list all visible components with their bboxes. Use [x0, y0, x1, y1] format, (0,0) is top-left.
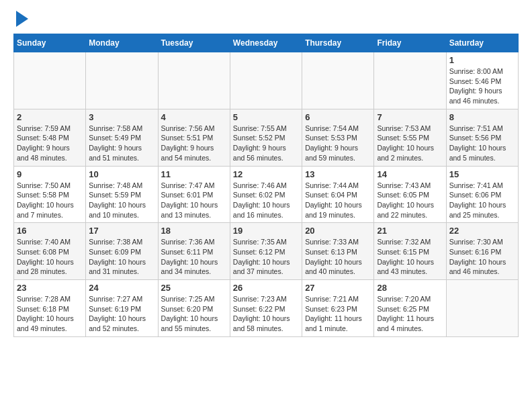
calendar-cell: 18Sunrise: 7:36 AM Sunset: 6:11 PM Dayli… — [158, 223, 230, 280]
day-number: 11 — [161, 169, 227, 179]
calendar-cell — [86, 52, 158, 109]
calendar-cell: 28Sunrise: 7:20 AM Sunset: 6:25 PM Dayli… — [374, 280, 446, 337]
day-number: 26 — [233, 283, 299, 293]
calendar-cell: 14Sunrise: 7:43 AM Sunset: 6:05 PM Dayli… — [374, 166, 446, 223]
day-info: Sunrise: 7:32 AM Sunset: 6:15 PM Dayligh… — [377, 237, 443, 277]
day-number: 10 — [89, 169, 154, 179]
calendar-cell: 4Sunrise: 7:56 AM Sunset: 5:51 PM Daylig… — [158, 109, 230, 166]
day-number: 7 — [377, 112, 443, 122]
day-info: Sunrise: 7:51 AM Sunset: 5:56 PM Dayligh… — [449, 124, 515, 163]
calendar-cell: 8Sunrise: 7:51 AM Sunset: 5:56 PM Daylig… — [446, 109, 518, 166]
day-info: Sunrise: 7:41 AM Sunset: 6:06 PM Dayligh… — [449, 181, 515, 220]
calendar-week-row: 23Sunrise: 7:28 AM Sunset: 6:18 PM Dayli… — [14, 280, 519, 337]
calendar-cell — [230, 52, 302, 109]
day-number: 22 — [449, 226, 515, 236]
calendar-cell — [302, 52, 374, 109]
calendar-cell: 21Sunrise: 7:32 AM Sunset: 6:15 PM Dayli… — [374, 223, 446, 280]
day-info: Sunrise: 7:56 AM Sunset: 5:51 PM Dayligh… — [161, 124, 227, 163]
calendar-cell: 10Sunrise: 7:48 AM Sunset: 5:59 PM Dayli… — [86, 166, 158, 223]
day-number: 17 — [89, 226, 154, 236]
calendar-cell: 26Sunrise: 7:23 AM Sunset: 6:22 PM Dayli… — [230, 280, 302, 337]
calendar-cell: 6Sunrise: 7:54 AM Sunset: 5:53 PM Daylig… — [302, 109, 374, 166]
calendar-cell: 11Sunrise: 7:47 AM Sunset: 6:01 PM Dayli… — [158, 166, 230, 223]
day-number: 5 — [233, 112, 299, 122]
logo — [13, 13, 28, 27]
day-number: 9 — [17, 169, 83, 179]
column-header-saturday: Saturday — [446, 34, 518, 52]
day-number: 13 — [305, 169, 371, 179]
day-number: 6 — [305, 112, 371, 122]
day-number: 25 — [161, 283, 227, 293]
calendar-table: SundayMondayTuesdayWednesdayThursdayFrid… — [13, 34, 519, 337]
column-header-tuesday: Tuesday — [158, 34, 230, 52]
day-info: Sunrise: 7:58 AM Sunset: 5:49 PM Dayligh… — [89, 124, 154, 163]
day-info: Sunrise: 7:46 AM Sunset: 6:02 PM Dayligh… — [233, 181, 299, 220]
day-info: Sunrise: 7:44 AM Sunset: 6:04 PM Dayligh… — [305, 181, 371, 220]
day-info: Sunrise: 7:54 AM Sunset: 5:53 PM Dayligh… — [305, 124, 371, 163]
calendar-cell — [374, 52, 446, 109]
day-number: 24 — [89, 283, 154, 293]
calendar-cell: 7Sunrise: 7:53 AM Sunset: 5:55 PM Daylig… — [374, 109, 446, 166]
column-header-thursday: Thursday — [302, 34, 374, 52]
calendar-week-row: 16Sunrise: 7:40 AM Sunset: 6:08 PM Dayli… — [14, 223, 519, 280]
column-header-wednesday: Wednesday — [230, 34, 302, 52]
calendar-cell: 16Sunrise: 7:40 AM Sunset: 6:08 PM Dayli… — [14, 223, 86, 280]
day-info: Sunrise: 7:38 AM Sunset: 6:09 PM Dayligh… — [89, 237, 154, 277]
day-number: 2 — [17, 112, 83, 122]
day-number: 27 — [305, 283, 371, 293]
calendar-cell: 2Sunrise: 7:59 AM Sunset: 5:48 PM Daylig… — [14, 109, 86, 166]
calendar-cell: 13Sunrise: 7:44 AM Sunset: 6:04 PM Dayli… — [302, 166, 374, 223]
day-info: Sunrise: 7:20 AM Sunset: 6:25 PM Dayligh… — [377, 294, 443, 334]
calendar-header-row: SundayMondayTuesdayWednesdayThursdayFrid… — [14, 34, 519, 52]
day-number: 4 — [161, 112, 227, 122]
day-info: Sunrise: 7:36 AM Sunset: 6:11 PM Dayligh… — [161, 237, 227, 277]
day-info: Sunrise: 7:43 AM Sunset: 6:05 PM Dayligh… — [377, 181, 443, 220]
calendar-cell: 15Sunrise: 7:41 AM Sunset: 6:06 PM Dayli… — [446, 166, 518, 223]
calendar-cell — [446, 280, 518, 337]
day-number: 15 — [449, 169, 515, 179]
calendar-cell: 20Sunrise: 7:33 AM Sunset: 6:13 PM Dayli… — [302, 223, 374, 280]
calendar-cell — [14, 52, 86, 109]
day-info: Sunrise: 7:27 AM Sunset: 6:19 PM Dayligh… — [89, 294, 154, 334]
calendar-cell: 9Sunrise: 7:50 AM Sunset: 5:58 PM Daylig… — [14, 166, 86, 223]
logo-arrow-icon — [16, 11, 28, 27]
day-number: 28 — [377, 283, 443, 293]
calendar-cell: 23Sunrise: 7:28 AM Sunset: 6:18 PM Dayli… — [14, 280, 86, 337]
column-header-sunday: Sunday — [14, 34, 86, 52]
day-number: 16 — [17, 226, 83, 236]
day-info: Sunrise: 8:00 AM Sunset: 5:46 PM Dayligh… — [449, 66, 515, 106]
day-info: Sunrise: 7:23 AM Sunset: 6:22 PM Dayligh… — [233, 294, 299, 334]
day-number: 8 — [449, 112, 515, 122]
calendar-week-row: 1Sunrise: 8:00 AM Sunset: 5:46 PM Daylig… — [14, 52, 519, 109]
day-info: Sunrise: 7:35 AM Sunset: 6:12 PM Dayligh… — [233, 237, 299, 277]
day-info: Sunrise: 7:47 AM Sunset: 6:01 PM Dayligh… — [161, 181, 227, 220]
calendar-cell: 3Sunrise: 7:58 AM Sunset: 5:49 PM Daylig… — [86, 109, 158, 166]
day-number: 21 — [377, 226, 443, 236]
column-header-monday: Monday — [86, 34, 158, 52]
day-number: 3 — [89, 112, 154, 122]
calendar-cell: 17Sunrise: 7:38 AM Sunset: 6:09 PM Dayli… — [86, 223, 158, 280]
day-info: Sunrise: 7:33 AM Sunset: 6:13 PM Dayligh… — [305, 237, 371, 277]
calendar-cell: 19Sunrise: 7:35 AM Sunset: 6:12 PM Dayli… — [230, 223, 302, 280]
day-number: 23 — [17, 283, 83, 293]
calendar-cell: 27Sunrise: 7:21 AM Sunset: 6:23 PM Dayli… — [302, 280, 374, 337]
day-number: 12 — [233, 169, 299, 179]
day-info: Sunrise: 7:21 AM Sunset: 6:23 PM Dayligh… — [305, 294, 371, 334]
calendar-cell: 1Sunrise: 8:00 AM Sunset: 5:46 PM Daylig… — [446, 52, 518, 109]
calendar-cell: 25Sunrise: 7:25 AM Sunset: 6:20 PM Dayli… — [158, 280, 230, 337]
day-info: Sunrise: 7:55 AM Sunset: 5:52 PM Dayligh… — [233, 124, 299, 163]
calendar-cell — [158, 52, 230, 109]
day-number: 18 — [161, 226, 227, 236]
day-info: Sunrise: 7:48 AM Sunset: 5:59 PM Dayligh… — [89, 181, 154, 220]
calendar-week-row: 9Sunrise: 7:50 AM Sunset: 5:58 PM Daylig… — [14, 166, 519, 223]
calendar-cell: 12Sunrise: 7:46 AM Sunset: 6:02 PM Dayli… — [230, 166, 302, 223]
column-header-friday: Friday — [374, 34, 446, 52]
calendar-cell: 5Sunrise: 7:55 AM Sunset: 5:52 PM Daylig… — [230, 109, 302, 166]
page-header — [13, 13, 519, 27]
day-info: Sunrise: 7:25 AM Sunset: 6:20 PM Dayligh… — [161, 294, 227, 334]
day-info: Sunrise: 7:30 AM Sunset: 6:16 PM Dayligh… — [449, 237, 515, 277]
day-info: Sunrise: 7:59 AM Sunset: 5:48 PM Dayligh… — [17, 124, 83, 163]
day-number: 1 — [449, 55, 515, 65]
day-info: Sunrise: 7:50 AM Sunset: 5:58 PM Dayligh… — [17, 181, 83, 220]
calendar-week-row: 2Sunrise: 7:59 AM Sunset: 5:48 PM Daylig… — [14, 109, 519, 166]
